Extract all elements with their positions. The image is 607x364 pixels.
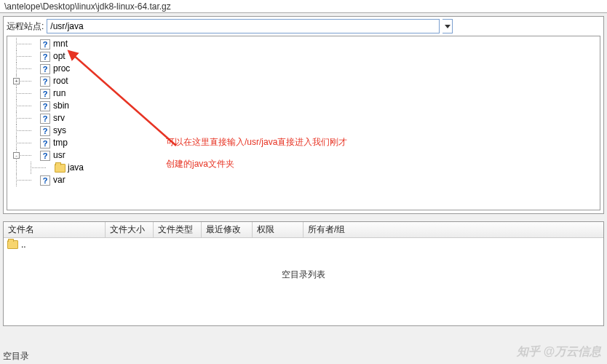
- tree-node-label: sbin: [51, 100, 69, 112]
- status-bar: 空目录: [3, 350, 29, 363]
- tree-node-label: mnt: [51, 38, 68, 50]
- tree-node-label: srv: [51, 112, 65, 124]
- tree-node-var[interactable]: ?var: [7, 174, 600, 186]
- column-filesize[interactable]: 文件大小: [106, 222, 154, 237]
- tree-node-tmp[interactable]: ?tmp: [7, 137, 600, 149]
- tree-node-label: sys: [51, 124, 66, 137]
- unknown-folder-icon: ?: [39, 89, 51, 99]
- folder-icon: [54, 163, 66, 173]
- unknown-folder-icon: ?: [39, 151, 51, 161]
- directory-tree[interactable]: ?mnt?opt?proc+?root?run?sbin?srv?sys?tmp…: [7, 36, 600, 210]
- column-filetype[interactable]: 文件类型: [154, 222, 202, 237]
- unknown-folder-icon: ?: [39, 52, 51, 62]
- tree-node-usr[interactable]: -?usr: [7, 149, 600, 162]
- collapse-icon[interactable]: -: [13, 152, 20, 159]
- tree-node-sbin[interactable]: ?sbin: [7, 100, 600, 112]
- tree-node-label: usr: [51, 149, 66, 162]
- tree-node-label: proc: [51, 63, 70, 75]
- chevron-down-icon: [445, 25, 451, 28]
- tree-node-run[interactable]: ?run: [7, 87, 600, 100]
- watermark: 知乎 @万云信息: [517, 344, 601, 360]
- tree-node-root[interactable]: +?root: [7, 75, 600, 87]
- column-owner[interactable]: 所有者/组: [304, 222, 362, 237]
- expand-icon[interactable]: +: [13, 78, 20, 84]
- remote-panel: 远程站点: ?mnt?opt?proc+?root?run?sbin?srv?s…: [3, 16, 604, 214]
- unknown-folder-icon: ?: [39, 138, 51, 149]
- tree-node-proc[interactable]: ?proc: [7, 63, 600, 75]
- remote-path-input[interactable]: [47, 19, 440, 33]
- tree-node-opt[interactable]: ?opt: [7, 50, 600, 63]
- unknown-folder-icon: ?: [39, 114, 51, 124]
- tree-node-label: root: [51, 75, 68, 87]
- tree-node-sys[interactable]: ?sys: [7, 124, 600, 137]
- path-dropdown-button[interactable]: [443, 19, 453, 33]
- remote-path-row: 远程站点:: [4, 17, 603, 36]
- column-permissions[interactable]: 权限: [253, 222, 304, 237]
- folder-icon: [7, 240, 18, 250]
- tree-node-srv[interactable]: ?srv: [7, 112, 600, 124]
- unknown-folder-icon: ?: [39, 76, 51, 87]
- tree-node-label: run: [51, 87, 66, 100]
- tree-node-label: tmp: [51, 137, 68, 149]
- unknown-folder-icon: ?: [39, 175, 51, 186]
- empty-directory-message: 空目录列表: [4, 251, 603, 298]
- unknown-folder-icon: ?: [39, 39, 51, 50]
- tree-node-label: opt: [51, 50, 66, 63]
- unknown-folder-icon: ?: [39, 64, 51, 74]
- parent-dir-label: ..: [21, 240, 26, 250]
- tree-node-label: var: [51, 174, 66, 186]
- parent-directory-row[interactable]: ..: [4, 238, 603, 251]
- local-path-bar: \antelope\Desktop\linux\jdk8-linux-64.ta…: [0, 0, 607, 13]
- column-modified[interactable]: 最近修改: [202, 222, 253, 237]
- column-filename[interactable]: 文件名: [4, 222, 106, 237]
- file-list-panel: 文件名 文件大小 文件类型 最近修改 权限 所有者/组 .. 空目录列表: [3, 221, 604, 326]
- tree-node-mnt[interactable]: ?mnt: [7, 38, 600, 50]
- unknown-folder-icon: ?: [39, 126, 51, 136]
- remote-site-label: 远程站点:: [7, 20, 44, 33]
- file-list-header: 文件名 文件大小 文件类型 最近修改 权限 所有者/组: [4, 222, 603, 238]
- unknown-folder-icon: ?: [39, 101, 51, 111]
- tree-node-java[interactable]: java: [7, 162, 600, 174]
- file-list-body[interactable]: .. 空目录列表: [4, 238, 603, 325]
- tree-node-label: java: [66, 162, 84, 174]
